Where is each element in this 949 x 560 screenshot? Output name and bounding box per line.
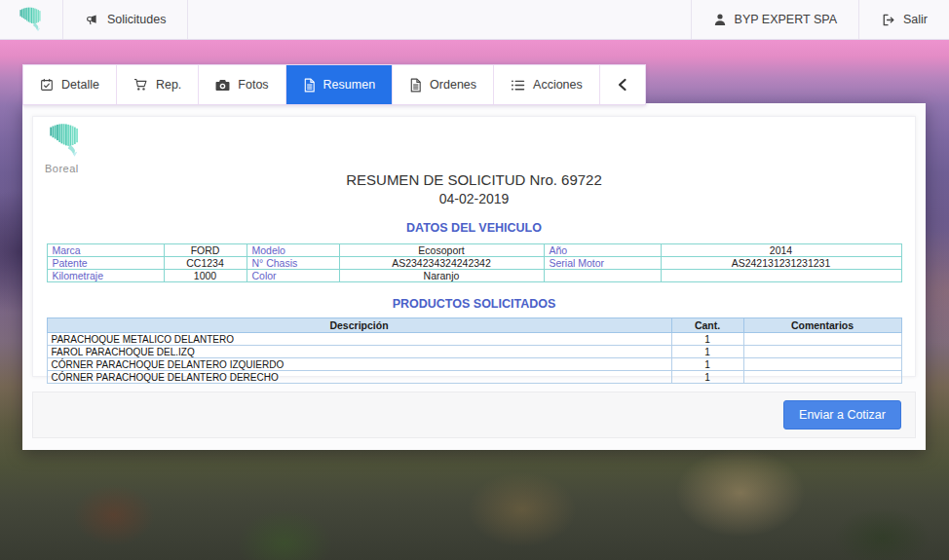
megaphone-icon (85, 13, 99, 27)
summary-card: Boreal RESUMEN DE SOLICITUD Nro. 69722 0… (22, 103, 926, 450)
tab-collapse-back[interactable] (600, 65, 645, 104)
nav-user-account[interactable]: BYP EXPERT SPA (692, 0, 858, 39)
vehicle-label-cell: Kilometraje (47, 270, 164, 282)
product-qty-cell: 1 (671, 358, 743, 371)
cart-icon (133, 78, 148, 92)
products-table: Descripción Cant. Comentarios PARACHOQUE… (47, 317, 902, 384)
vehicle-label-cell: Serial Motor (544, 257, 661, 270)
vehicle-value-cell (661, 270, 901, 282)
aurora-logo-icon (45, 122, 86, 159)
product-comment-cell (743, 346, 901, 358)
vehicle-value-cell: 1000 (164, 270, 247, 282)
vehicle-value-cell: CC1234 (164, 257, 247, 270)
nav-user-label: BYP EXPERT SPA (735, 13, 837, 26)
vehicle-label-cell (544, 270, 661, 282)
submit-quote-button[interactable]: Enviar a Cotizar (783, 400, 901, 429)
tab-acciones[interactable]: Acciones (494, 65, 600, 104)
product-description-cell: PARACHOQUE METALICO DELANTERO (47, 333, 671, 346)
product-comment-cell (743, 371, 901, 384)
vehicle-row: Marca FORD Modelo Ecosoport Año 2014 (47, 244, 901, 257)
vehicle-value-cell: AS242131231231231 (661, 257, 901, 270)
brand-name-label: Boreal (45, 163, 113, 174)
product-description-cell: CÓRNER PARACHOQUE DELANTERO DERECHO (47, 371, 671, 384)
product-description-cell: FAROL PARACHOQUE DEL.IZQ (47, 346, 671, 358)
tab-acciones-label: Acciones (533, 78, 583, 92)
product-qty-cell: 1 (671, 333, 743, 346)
vehicle-label-cell: Año (544, 244, 661, 257)
nav-solicitudes[interactable]: Solicitudes (63, 0, 187, 39)
products-col-descripcion: Descripción (47, 318, 671, 333)
nav-logout-label: Salir (903, 13, 928, 26)
vehicle-value-cell: Ecosoport (339, 244, 544, 257)
vehicle-data-table: Marca FORD Modelo Ecosoport Año 2014 Pat… (47, 243, 902, 282)
list-icon (511, 79, 525, 92)
products-col-comentarios: Comentarios (743, 318, 901, 333)
vehicle-value-cell: FORD (164, 244, 247, 257)
vehicle-label-cell: N° Chasis (247, 257, 339, 270)
top-navbar: Solicitudes BYP EXPERT SPA Sa (0, 0, 949, 40)
tab-fotos-label: Fotos (238, 78, 268, 92)
nav-solicitudes-label: Solicitudes (107, 13, 166, 26)
nav-logout[interactable]: Salir (859, 0, 949, 39)
product-row: PARACHOQUE METALICO DELANTERO 1 (47, 333, 901, 346)
vehicle-label-cell: Marca (47, 244, 164, 257)
tab-rep-label: Rep. (156, 78, 181, 92)
summary-date: 04-02-2019 (33, 191, 915, 206)
logout-icon (881, 13, 895, 27)
product-row: CÓRNER PARACHOQUE DELANTERO IZQUIERDO 1 (47, 358, 901, 371)
product-description-cell: CÓRNER PARACHOQUE DELANTERO IZQUIERDO (47, 358, 671, 371)
tab-ordenes[interactable]: Ordenes (393, 65, 494, 104)
tab-detalle[interactable]: Detalle (23, 65, 117, 104)
camera-icon (215, 79, 230, 92)
document-panel: Boreal RESUMEN DE SOLICITUD Nro. 69722 0… (32, 116, 916, 377)
product-qty-cell: 1 (671, 346, 743, 358)
tab-resumen[interactable]: Resumen (286, 65, 394, 104)
document-icon (409, 78, 422, 93)
navbar-spacer (188, 0, 690, 39)
products-section-heading: PRODUCTOS SOLICITADOS (33, 297, 915, 311)
product-row: CÓRNER PARACHOQUE DELANTERO DERECHO 1 (47, 371, 901, 384)
products-col-cant: Cant. (671, 318, 743, 333)
vehicle-value-cell: 2014 (661, 244, 901, 257)
product-qty-cell: 1 (671, 371, 743, 384)
vehicle-label-cell: Color (247, 270, 339, 282)
tab-rep[interactable]: Rep. (117, 65, 199, 104)
aurora-logo-icon (18, 6, 45, 33)
vehicle-section-heading: DATOS DEL VEHICULO (33, 221, 915, 235)
tab-ordenes-label: Ordenes (430, 78, 476, 92)
product-row: FAROL PARACHOQUE DEL.IZQ 1 (47, 346, 901, 358)
tab-resumen-label: Resumen (323, 78, 376, 92)
calendar-check-icon (40, 78, 54, 92)
footer-bar: Enviar a Cotizar (32, 392, 916, 438)
tab-bar: Detalle Rep. Fotos (22, 64, 646, 105)
chevron-left-icon (617, 78, 628, 92)
vehicle-label-cell: Patente (47, 257, 164, 270)
summary-title: RESUMEN DE SOLICITUD Nro. 69722 (33, 171, 915, 188)
brand-logo[interactable] (0, 0, 62, 39)
vehicle-label-cell: Modelo (247, 244, 339, 257)
tab-detalle-label: Detalle (61, 78, 99, 92)
vehicle-value-cell: AS234234324242342 (339, 257, 544, 270)
user-icon (713, 13, 727, 26)
document-brand: Boreal (45, 122, 113, 174)
products-header-row: Descripción Cant. Comentarios (47, 318, 901, 333)
document-icon (303, 78, 316, 93)
vehicle-row: Patente CC1234 N° Chasis AS2342343242423… (47, 257, 901, 270)
product-comment-cell (743, 333, 901, 346)
vehicle-value-cell: Naranjo (339, 270, 544, 282)
tab-fotos[interactable]: Fotos (199, 65, 285, 104)
application-window: Solicitudes BYP EXPERT SPA Sa (0, 0, 949, 560)
product-comment-cell (743, 358, 901, 371)
vehicle-row: Kilometraje 1000 Color Naranjo (47, 270, 901, 282)
